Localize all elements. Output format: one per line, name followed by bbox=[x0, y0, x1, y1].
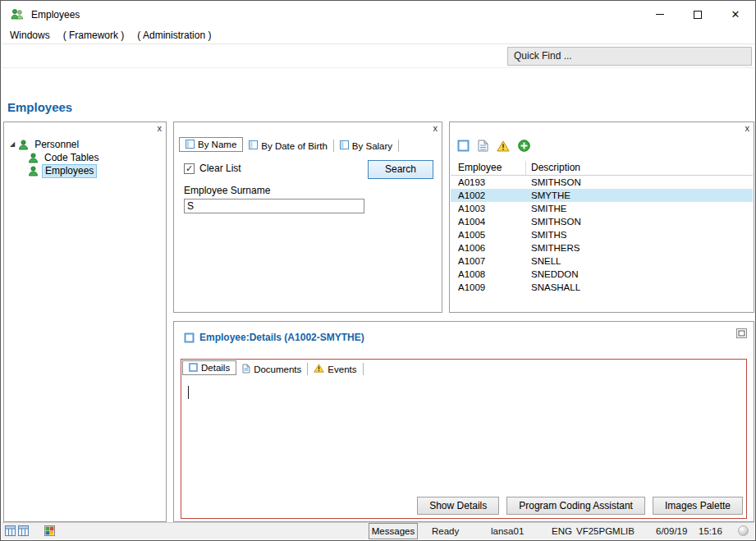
table-row[interactable]: A1003SMITHE bbox=[451, 202, 753, 215]
messages-button[interactable]: Messages bbox=[369, 523, 418, 539]
page-title: Employees bbox=[7, 100, 72, 114]
warning-icon bbox=[314, 364, 324, 374]
cell-description: SNELL bbox=[526, 256, 561, 266]
search-button[interactable]: Search bbox=[368, 160, 433, 179]
search-tabstrip: By Name By Date of Birth By Salary bbox=[179, 137, 399, 152]
table-row[interactable]: A0193SMITHSON bbox=[451, 176, 753, 189]
add-icon[interactable] bbox=[518, 140, 530, 152]
minimize-icon bbox=[656, 14, 664, 15]
cell-description: SMITHERS bbox=[526, 243, 580, 253]
green-figure-icon bbox=[18, 140, 29, 150]
images-palette-button[interactable]: Images Palette bbox=[653, 497, 743, 515]
tab-by-date-of-birth[interactable]: By Date of Birth bbox=[243, 140, 334, 152]
table-row[interactable]: A1006SMITHERS bbox=[451, 241, 753, 254]
grid-view-icon-2[interactable] bbox=[18, 525, 29, 536]
app-window: Employees ✕ Windows ( Framework ) ( Admi… bbox=[0, 0, 756, 541]
tab-events[interactable]: Events bbox=[308, 363, 363, 375]
navigation-tree-panel: x ◢ Personnel Code Tables Employees bbox=[3, 121, 167, 522]
employee-grid: Employee Description A0193SMITHSON A1002… bbox=[451, 161, 753, 294]
surname-input[interactable] bbox=[184, 199, 364, 213]
employees-app-icon bbox=[11, 8, 24, 21]
maximize-icon bbox=[694, 11, 702, 19]
cell-description: SMITHE bbox=[526, 204, 566, 213]
details-button-row: Show Details Program Coding Assistant Im… bbox=[417, 497, 743, 515]
close-panel-icon[interactable]: x bbox=[158, 123, 163, 133]
window-title: Employees bbox=[31, 9, 80, 21]
cell-employee: A1002 bbox=[451, 190, 526, 200]
cell-description: SNASHALL bbox=[526, 282, 580, 292]
cell-employee: A1005 bbox=[451, 230, 526, 240]
column-header-employee[interactable]: Employee bbox=[451, 161, 526, 175]
show-details-button[interactable]: Show Details bbox=[417, 497, 499, 515]
tab-label: By Name bbox=[198, 140, 236, 149]
tab-details[interactable]: Details bbox=[182, 360, 236, 375]
column-header-description[interactable]: Description bbox=[526, 161, 580, 175]
connection-status-icon bbox=[738, 525, 749, 536]
program-coding-assistant-button[interactable]: Program Coding Assistant bbox=[506, 497, 645, 515]
employee-details-panel: Employee:Details (A1002-SMYTHE) Details … bbox=[173, 321, 754, 522]
close-panel-icon[interactable]: x bbox=[745, 123, 750, 133]
panel-icon bbox=[340, 140, 349, 151]
warning-icon[interactable] bbox=[497, 140, 510, 152]
cell-employee: A1008 bbox=[451, 269, 526, 279]
restore-icon[interactable] bbox=[736, 328, 747, 338]
framework-icon[interactable] bbox=[44, 525, 55, 536]
document-icon[interactable] bbox=[478, 140, 488, 152]
toolbar: Quick Find ... bbox=[2, 45, 754, 68]
table-row[interactable]: A1004SMITHSON bbox=[451, 215, 753, 228]
green-figure-icon bbox=[28, 153, 39, 163]
tab-by-salary[interactable]: By Salary bbox=[334, 140, 399, 152]
employee-list-panel: x Employee Description A0193SMITHSON A10… bbox=[449, 121, 754, 313]
tab-label: Events bbox=[328, 364, 356, 374]
details-view-icon[interactable] bbox=[457, 140, 470, 152]
tab-by-name[interactable]: By Name bbox=[179, 137, 243, 152]
surname-label: Employee Surname bbox=[184, 185, 270, 196]
table-row[interactable]: A1007SNELL bbox=[451, 254, 753, 268]
table-row-selected[interactable]: A1002SMYTHE bbox=[451, 189, 753, 202]
panel-icon bbox=[189, 363, 198, 374]
tab-documents[interactable]: Documents bbox=[236, 363, 308, 375]
tab-label: Documents bbox=[254, 364, 301, 374]
cell-description: SMYTHE bbox=[526, 190, 570, 200]
menu-windows[interactable]: Windows bbox=[3, 30, 57, 41]
panel-icon bbox=[186, 140, 195, 150]
menu-bar: Windows ( Framework ) ( Administration ) bbox=[2, 27, 754, 44]
close-panel-icon[interactable]: x bbox=[433, 123, 438, 133]
clear-list-label: Clear List bbox=[199, 163, 241, 174]
cell-description: SMITHS bbox=[526, 230, 566, 240]
cell-employee: A1004 bbox=[451, 217, 526, 227]
menu-administration[interactable]: ( Administration ) bbox=[131, 30, 218, 41]
tree-item-label: Personnel bbox=[32, 139, 81, 151]
table-row[interactable]: A1005SMITHS bbox=[451, 228, 753, 241]
clear-list-checkbox[interactable]: ✓ bbox=[184, 163, 195, 174]
cell-description: SNEDDON bbox=[526, 269, 579, 279]
quick-find-input[interactable]: Quick Find ... bbox=[507, 47, 752, 66]
table-row[interactable]: A1008SNEDDON bbox=[451, 268, 753, 281]
status-text: Ready bbox=[432, 523, 459, 539]
maximize-button[interactable] bbox=[679, 2, 717, 27]
expander-icon[interactable]: ◢ bbox=[10, 141, 15, 148]
cell-employee: A1007 bbox=[451, 256, 526, 266]
minimize-button[interactable] bbox=[641, 2, 679, 27]
tree-item-code-tables[interactable]: Code Tables bbox=[28, 151, 102, 164]
grid-header: Employee Description bbox=[451, 161, 753, 176]
grid-view-icon[interactable] bbox=[5, 525, 16, 536]
menu-framework[interactable]: ( Framework ) bbox=[57, 30, 131, 41]
status-date: 6/09/19 bbox=[656, 523, 687, 539]
status-time: 15:16 bbox=[699, 523, 722, 539]
details-panel-icon bbox=[184, 332, 195, 343]
cell-employee: A0193 bbox=[451, 177, 526, 187]
tab-label: By Salary bbox=[352, 141, 392, 151]
user-name: lansa01 bbox=[491, 523, 524, 539]
tab-label: By Date of Birth bbox=[261, 141, 328, 151]
details-tabstrip: Details Documents Events bbox=[182, 360, 364, 375]
statusbar-icons bbox=[5, 525, 55, 536]
tree-item-personnel[interactable]: ◢ Personnel bbox=[10, 138, 81, 151]
panel-icon bbox=[249, 140, 258, 151]
window-controls: ✕ bbox=[641, 2, 754, 27]
tree-item-employees[interactable]: Employees bbox=[28, 164, 97, 177]
table-row[interactable]: A1009SNASHALL bbox=[451, 281, 753, 294]
language-code: ENG bbox=[552, 523, 572, 539]
details-content-area[interactable]: Details Documents Events Show Details Pr… bbox=[181, 359, 747, 519]
close-button[interactable]: ✕ bbox=[717, 2, 754, 27]
